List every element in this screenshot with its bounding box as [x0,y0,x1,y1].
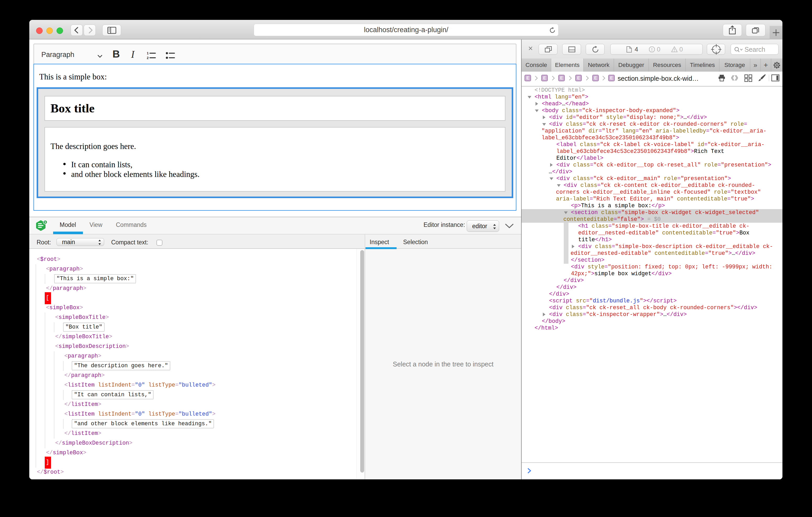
svg-text:2: 2 [147,56,149,60]
svg-text:5: 5 [45,221,46,224]
svg-text:1: 1 [147,51,149,55]
